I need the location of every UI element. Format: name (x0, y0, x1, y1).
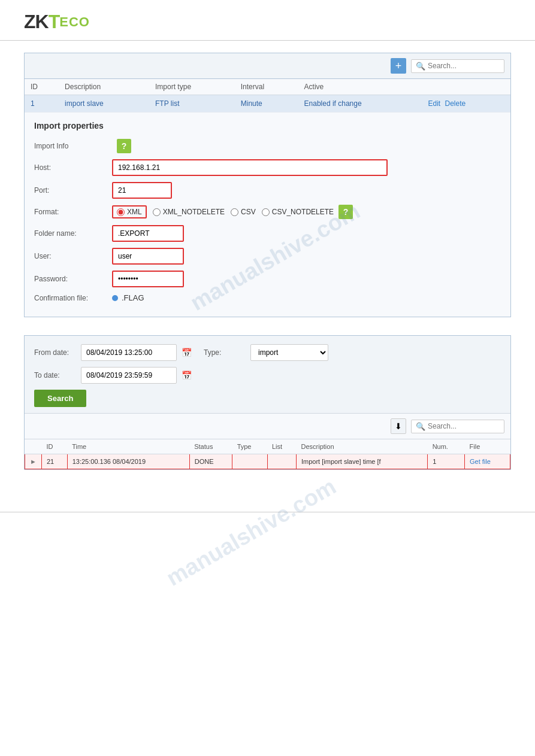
form-row-user: User: (34, 248, 501, 265)
form-row-password: Password: (34, 271, 501, 287)
col-header-arrow (25, 439, 42, 454)
import-properties: Import properties Import Info ? Host: Po… (25, 113, 510, 317)
main-content: manualshive.com manualshive.com + 🔍 ID D… (0, 41, 535, 500)
header: ZK T ECO (0, 0, 535, 41)
port-label: Port: (34, 186, 112, 195)
search-icon: 🔍 (416, 62, 425, 71)
add-button[interactable]: + (391, 58, 406, 74)
log-cell-arrow: ► (25, 454, 42, 469)
col-header-desc: Description (59, 79, 149, 95)
cell-interval: Minute (235, 95, 298, 113)
logo: ZK T ECO (24, 11, 511, 33)
confirmation-value: .FLAG (112, 293, 144, 302)
password-input[interactable] (112, 271, 184, 287)
get-file-link[interactable]: Get file (470, 458, 491, 465)
format-xml-notdelete-label: XML_NOTDELETE (163, 208, 225, 216)
log-search-input[interactable] (428, 422, 500, 430)
log-table-toolbar: ⬇ 🔍 (25, 414, 510, 439)
format-csv-notdelete-option[interactable]: CSV_NOTDELETE (262, 208, 334, 216)
col-header-active: Active (298, 79, 422, 95)
folder-label: Folder name: (34, 229, 112, 238)
log-col-type: Type (232, 439, 267, 454)
footer (0, 512, 535, 524)
import-props-title: Import properties (34, 121, 501, 130)
to-date-input[interactable] (81, 367, 177, 384)
type-label: Type: (204, 348, 246, 357)
type-select[interactable]: import export (250, 344, 328, 361)
export-button[interactable]: ⬇ (391, 418, 406, 434)
cell-description: import slave (59, 95, 149, 113)
log-form-row-2: To date: 📅 (34, 367, 501, 384)
cell-actions: Edit Delete (422, 95, 511, 113)
edit-link[interactable]: Edit (428, 99, 441, 108)
password-label: Password: (34, 275, 112, 283)
delete-link[interactable]: Delete (445, 99, 466, 108)
user-label: User: (34, 252, 112, 260)
from-date-field: From date: 📅 (34, 344, 192, 361)
log-cell-list (267, 454, 297, 469)
upper-search-input[interactable] (428, 62, 500, 70)
upper-data-table: ID Description Import type Interval Acti… (25, 79, 510, 113)
to-date-calendar-icon[interactable]: 📅 (182, 371, 192, 380)
panels-wrapper: manualshive.com manualshive.com + 🔍 ID D… (24, 53, 511, 470)
log-table-row[interactable]: ► 21 13:25:00.136 08/04/2019 DONE Import… (25, 454, 510, 469)
import-info-help-btn[interactable]: ? (117, 139, 131, 153)
format-csv-radio[interactable] (231, 208, 238, 216)
cell-active: Enabled if change (298, 95, 422, 113)
user-input[interactable] (112, 248, 184, 265)
log-col-description: Description (297, 439, 428, 454)
col-header-interval: Interval (235, 79, 298, 95)
confirmation-text: .FLAG (122, 293, 144, 302)
format-options: XML XML_NOTDELETE CSV CSV_NOTDELETE (112, 205, 334, 218)
log-cell-time: 13:25:00.136 08/04/2019 (67, 454, 189, 469)
type-field: Type: import export (204, 344, 328, 361)
log-col-file: File (465, 439, 510, 454)
log-cell-id: 21 (41, 454, 67, 469)
from-date-calendar-icon[interactable]: 📅 (182, 348, 192, 357)
log-col-status: Status (189, 439, 232, 454)
format-help-btn[interactable]: ? (338, 205, 353, 219)
port-input[interactable] (112, 182, 172, 199)
log-col-num: Num. (428, 439, 465, 454)
from-date-input[interactable] (81, 344, 177, 361)
format-xml-notdelete-option[interactable]: XML_NOTDELETE (153, 208, 225, 216)
cell-id: 1 (25, 95, 59, 113)
format-csv-option[interactable]: CSV (231, 208, 256, 216)
host-label: Host: (34, 163, 112, 172)
host-input[interactable] (112, 159, 388, 176)
log-form-row-1: From date: 📅 Type: import export (34, 344, 501, 361)
format-xml-notdelete-radio[interactable] (153, 208, 161, 216)
format-csv-notdelete-radio[interactable] (262, 208, 270, 216)
form-row-import-info: Import Info ? (34, 139, 501, 153)
col-header-import-type: Import type (149, 79, 235, 95)
col-header-actions (422, 79, 511, 95)
format-csv-label: CSV (241, 208, 256, 216)
search-button[interactable]: Search (34, 390, 86, 407)
from-date-label: From date: (34, 348, 76, 357)
logo-zk: ZK (24, 11, 49, 33)
form-row-format: Format: XML XML_NOTDELETE CSV (34, 205, 501, 219)
col-header-id: ID (25, 79, 59, 95)
table-row[interactable]: 1 import slave FTP list Minute Enabled i… (25, 95, 510, 113)
log-search-form: From date: 📅 Type: import export T (25, 336, 510, 414)
format-xml-option[interactable]: XML (112, 205, 147, 218)
confirmation-dot (112, 295, 118, 301)
to-date-label: To date: (34, 371, 76, 379)
to-date-field: To date: 📅 (34, 367, 192, 384)
format-xml-radio[interactable] (117, 208, 125, 216)
lower-panel: From date: 📅 Type: import export T (24, 335, 511, 470)
form-row-port: Port: (34, 182, 501, 199)
search-btn-row: Search (34, 390, 501, 407)
log-search-box: 🔍 (411, 420, 504, 433)
form-row-host: Host: (34, 159, 501, 176)
upper-panel: + 🔍 ID Description Import type Interval … (24, 53, 511, 317)
format-label: Format: (34, 208, 112, 216)
upper-search-box: 🔍 (411, 59, 504, 73)
log-col-time: Time (67, 439, 189, 454)
log-data-table: ID Time Status Type List Description Num… (25, 439, 510, 469)
log-col-list: List (267, 439, 297, 454)
folder-input[interactable] (112, 225, 184, 242)
form-row-confirmation: Confirmation file: .FLAG (34, 293, 501, 302)
logo-eco: ECO (59, 14, 90, 30)
log-search-icon: 🔍 (416, 422, 425, 431)
